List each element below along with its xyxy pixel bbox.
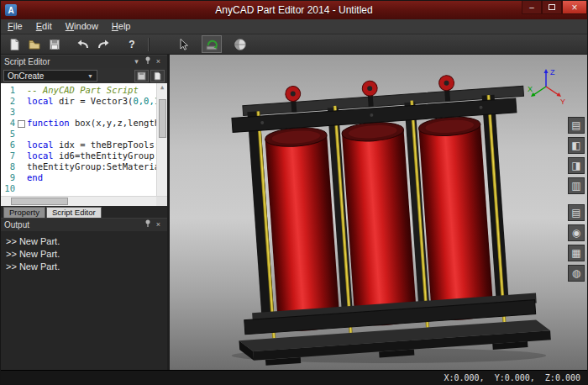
toolbar-separator (148, 38, 149, 51)
sphere-button[interactable]: ◉ (568, 224, 585, 241)
panel-close-icon[interactable]: × (153, 219, 164, 230)
tab-property[interactable]: Property (3, 207, 45, 218)
menu-item-window[interactable]: Window (59, 20, 105, 33)
save-button[interactable] (45, 35, 65, 53)
undo-button[interactable] (73, 35, 93, 53)
panel-menu-caret-icon[interactable]: ▾ (131, 56, 142, 67)
app-window: A AnyCAD Part Editor 2014 - Untitled – ×… (0, 0, 588, 385)
layout-right-button[interactable]: ◨ (568, 157, 585, 174)
line-number: 2 (1, 96, 17, 107)
material-button[interactable]: ◍ (568, 265, 585, 282)
close-button[interactable]: × (562, 1, 587, 14)
code-text: local dir = Vector3(0,0,1) (25, 96, 165, 107)
code-text (25, 129, 27, 140)
redo-button[interactable] (93, 35, 113, 53)
code-text (25, 183, 27, 194)
script-editor-panel-header: Script Editor ▾ × (1, 55, 167, 68)
transformer-model (170, 55, 587, 370)
small-page-icon (153, 71, 162, 81)
pick-rotate-button[interactable] (202, 35, 222, 53)
sphere-icon: ◉ (572, 228, 580, 238)
help-icon: ? (129, 39, 134, 50)
minimize-button[interactable]: – (522, 1, 542, 14)
fold-margin (17, 96, 25, 107)
vertical-scroll-thumb[interactable] (159, 99, 166, 138)
panel-tabs: PropertyScript Editor (1, 206, 167, 218)
new-file-button[interactable] (4, 35, 24, 53)
fold-margin (17, 172, 25, 183)
line-number: 3 (1, 107, 17, 118)
panel-close-icon[interactable]: × (153, 56, 164, 67)
document-stack-button[interactable]: ▤ (568, 204, 585, 221)
script-editor-toolbar: OnCreate ▼ (1, 68, 167, 83)
horizontal-scroll-thumb[interactable] (11, 198, 68, 205)
fold-margin (17, 140, 25, 150)
documents-button[interactable]: ▥ (568, 177, 585, 194)
code-line[interactable]: 4-function box(x,y,z,length,width (1, 118, 167, 129)
code-line[interactable]: 5 (1, 129, 167, 140)
code-line[interactable]: 2local dir = Vector3(0,0,1) (1, 96, 167, 107)
pin-icon[interactable] (142, 56, 153, 68)
line-number: 10 (1, 183, 17, 194)
line-number: 7 (1, 150, 17, 161)
maximize-icon (549, 4, 555, 10)
left-dock-panel: Script Editor ▾ × OnCreate ▼ (1, 55, 167, 370)
line-number: 8 (1, 161, 17, 172)
code-line[interactable]: 7local id6=theEntityGroup:AddTo (1, 150, 167, 161)
pin-icon[interactable] (142, 219, 153, 231)
documents-icon: ▥ (571, 181, 580, 191)
script-run-button[interactable] (150, 70, 165, 82)
panels-icon: ▤ (571, 120, 580, 130)
line-number: 4 (1, 118, 17, 129)
code-line[interactable]: 1-- AnyCAD Part Script (1, 85, 167, 96)
redo-icon (97, 38, 110, 51)
fold-margin (17, 107, 25, 118)
layout-left-button[interactable]: ◧ (568, 137, 585, 154)
line-number: 6 (1, 140, 17, 150)
fold-marker[interactable]: - (17, 118, 25, 129)
menu-item-help[interactable]: Help (105, 20, 138, 33)
select-cursor-button[interactable] (173, 35, 193, 53)
grid-icon: ▦ (571, 248, 580, 258)
axis-y-label: Y (560, 98, 565, 105)
axis-z-label: Z (550, 68, 555, 76)
code-text: local id6=theEntityGroup:AddTo (25, 150, 167, 161)
menu-item-edit[interactable]: Edit (29, 20, 59, 33)
code-editor[interactable]: 1-- AnyCAD Part Script2local dir = Vecto… (1, 83, 167, 206)
code-line[interactable]: 6local idx = theBrepTools:MakeB (1, 140, 167, 150)
save-icon (48, 38, 61, 51)
event-dropdown[interactable]: OnCreate ▼ (3, 70, 97, 82)
tab-script-editor[interactable]: Script Editor (46, 207, 102, 218)
scroll-up-icon: ▲ (160, 83, 164, 92)
viewport-3d[interactable]: Z X Y ▤◧◨▥▤◉▦◍ (170, 55, 587, 370)
material-icon: ◍ (572, 268, 580, 278)
panels-button[interactable]: ▤ (568, 117, 585, 134)
main-toolbar: ? (1, 34, 587, 55)
maximize-button[interactable] (542, 1, 562, 14)
code-text: -- AnyCAD Part Script (25, 85, 139, 96)
code-text: function box(x,y,z,length,width (25, 118, 167, 129)
line-number: 1 (1, 85, 17, 96)
code-line[interactable]: 9end (1, 172, 167, 183)
menu-item-file[interactable]: File (1, 20, 29, 33)
open-file-button[interactable] (24, 35, 45, 53)
editor-horizontal-scrollbar[interactable] (1, 197, 156, 206)
render-mode-button[interactable] (230, 35, 250, 53)
code-line[interactable]: 8theEntityGroup:SetMaterial(id6 (1, 161, 167, 172)
axis-triad: Z X Y (527, 66, 565, 105)
code-text: end (25, 172, 43, 183)
grid-button[interactable]: ▦ (568, 245, 585, 261)
code-line[interactable]: 10 (1, 183, 167, 194)
new-file-icon (8, 38, 21, 51)
code-text (25, 107, 27, 118)
code-line[interactable]: 3 (1, 107, 167, 118)
line-number: 9 (1, 172, 17, 183)
help-button[interactable]: ? (122, 35, 142, 53)
code-text: theEntityGroup:SetMaterial(id6 (25, 161, 167, 172)
output-panel-header: Output × (1, 218, 167, 231)
editor-vertical-scrollbar[interactable]: ▲ (156, 83, 167, 196)
script-save-button[interactable] (134, 70, 149, 82)
fold-margin (17, 161, 25, 172)
fold-margin (17, 183, 25, 194)
status-bar: X:0.000, Y:0.000, Z:0.000 (1, 370, 587, 384)
